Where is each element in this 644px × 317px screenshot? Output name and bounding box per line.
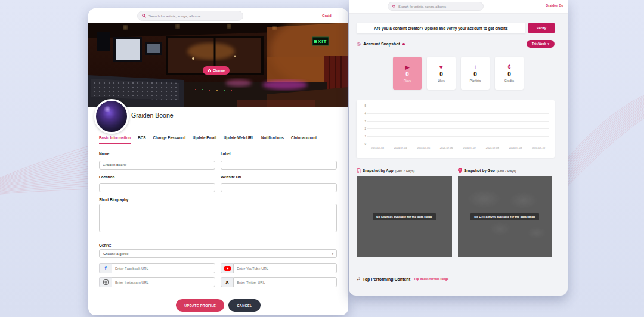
stat-card-plays[interactable]: ▶ 0 Plays [393, 57, 422, 90]
activity-chart: 5 4 3 2 1 0 2024-07-03 2024-07-04 2024-0… [357, 100, 555, 158]
chart-plot-area: 5 4 3 2 1 0 [367, 106, 549, 144]
stat-card-playlists[interactable]: + 0 Playlists [461, 57, 490, 90]
facebook-icon: f [99, 263, 112, 273]
twitter-x-icon: X [221, 277, 233, 287]
bio-label: Short Biography [99, 198, 337, 202]
cancel-button[interactable]: CANCEL [228, 299, 260, 312]
heart-icon: ♥ [439, 64, 443, 70]
x-tick-label: 2024-07-07 [463, 146, 476, 149]
playlists-label: Playlists [470, 79, 481, 82]
user-profile-link[interactable]: Graid [322, 14, 332, 17]
tab-change-password[interactable]: Change Password [153, 136, 185, 144]
geo-empty-message: No Geo activity available for the data r… [470, 213, 539, 220]
twitter-url-row: X [221, 277, 337, 287]
profile-tabs: Basic Information BCS Change Password Up… [99, 136, 317, 144]
change-banner-button[interactable]: Change [203, 66, 230, 75]
snapshot-panels: No Sources available for the data range … [357, 176, 555, 257]
plays-label: Plays [404, 79, 411, 82]
location-label: Location [99, 175, 215, 179]
name-field[interactable] [99, 161, 215, 170]
youtube-url-row [221, 263, 337, 273]
x-tick-label: 2024-07-04 [394, 146, 407, 149]
exit-sign: EXIT [314, 39, 327, 44]
snapshot-by-app-period: (Last 7 Days) [395, 169, 415, 173]
camera-icon [208, 69, 211, 72]
x-tick-label: 2024-07-05 [417, 146, 430, 149]
credits-value: 0 [507, 72, 511, 78]
credits-label: Credits [504, 79, 514, 82]
studio-photo: EXIT [88, 23, 348, 107]
x-tick-label: 2024-07-03 [371, 146, 384, 149]
y-tick-label: 0 [360, 143, 366, 146]
creator-banner: Are you a content creator? Upload and ve… [357, 23, 555, 33]
snapshot-by-geo-panel: No Geo activity available for the data r… [458, 176, 552, 257]
search-placeholder: Search for artists, songs, albums [148, 14, 200, 18]
youtube-icon [221, 263, 233, 273]
top-performing-title: Top Performing Content [363, 277, 410, 281]
tab-basic-information[interactable]: Basic Information [99, 136, 131, 144]
account-snapshot-title: Account Snapshot [363, 42, 400, 46]
stat-card-credits[interactable]: ¢ 0 Credits [495, 57, 524, 90]
location-pin-icon [458, 168, 462, 173]
left-topbar: Search for artists, songs, albums Graid [88, 8, 348, 23]
chevron-down-icon: ▾ [332, 252, 333, 256]
website-url-label: Website Url [221, 175, 337, 179]
top-performing-subtitle: Top tracks for this range [414, 277, 448, 281]
website-url-field[interactable] [221, 183, 337, 192]
facebook-url-field[interactable] [112, 263, 215, 273]
tab-claim-account[interactable]: Claim account [291, 136, 317, 144]
snapshot-icon: ◎ [357, 42, 361, 47]
instagram-icon [99, 277, 112, 287]
search-icon [142, 14, 146, 18]
name-label: Name [99, 152, 215, 156]
instagram-url-row [99, 277, 215, 287]
snapshot-by-geo-header: Snapshot by Geo (Last 7 Days) [458, 168, 516, 173]
y-tick-label: 3 [360, 120, 366, 123]
avatar [94, 99, 129, 134]
snapshot-panels-header: Snapshot by App (Last 7 Days) Snapshot b… [357, 168, 555, 173]
youtube-url-field[interactable] [233, 263, 337, 273]
twitter-url-field[interactable] [233, 277, 337, 287]
tab-notifications[interactable]: Notifications [261, 136, 284, 144]
location-field[interactable] [99, 183, 215, 192]
tab-update-web-url[interactable]: Update Web URL [224, 136, 254, 144]
search-input[interactable]: Search for artists, songs, albums [137, 11, 243, 21]
date-range-label: This Week [532, 42, 546, 45]
y-tick-label: 5 [360, 104, 366, 107]
play-icon: ▶ [405, 64, 410, 70]
snapshot-by-app-title: Snapshot by App [363, 168, 394, 173]
basic-information-form: Name Label Location Website Url Short Bi… [99, 152, 337, 287]
tab-bcs[interactable]: BCS [138, 136, 145, 144]
genre-select[interactable]: Choose a genre ▾ [99, 249, 337, 258]
bio-field[interactable] [99, 204, 337, 232]
info-dot-icon [402, 43, 405, 45]
update-profile-button[interactable]: UPDATE PROFILE [176, 299, 224, 312]
likes-value: 0 [439, 72, 443, 78]
label-field[interactable] [221, 161, 337, 170]
verify-button[interactable]: Verify [528, 23, 555, 33]
profile-edit-window: Search for artists, songs, albums Graid [88, 8, 348, 315]
label-label: Label [221, 152, 337, 156]
playlists-value: 0 [473, 72, 477, 78]
instagram-url-field[interactable] [112, 277, 215, 287]
x-tick-label: 2024-07-06 [440, 146, 453, 149]
date-range-button[interactable]: This Week ▾ [527, 40, 555, 48]
plays-value: 0 [405, 72, 409, 78]
snapshot-by-app-header: Snapshot by App (Last 7 Days) [357, 168, 452, 173]
creator-banner-message: Are you a content creator? Upload and ve… [357, 23, 525, 33]
form-actions: UPDATE PROFILE CANCEL [88, 299, 348, 312]
snapshot-by-app-panel: No Sources available for the data range [357, 176, 452, 257]
chart-x-axis: 2024-07-03 2024-07-04 2024-07-05 2024-07… [367, 146, 549, 149]
music-note-icon: ♫ [357, 276, 360, 281]
stat-card-likes[interactable]: ♥ 0 Likes [427, 57, 456, 90]
search-placeholder: Search for artists, songs, albums [398, 5, 446, 8]
dashboard-window: Search for artists, songs, albums Graide… [349, 0, 568, 296]
user-profile-link[interactable]: Graiden Bo [546, 4, 564, 7]
background-waves-left [0, 125, 95, 233]
tab-update-email[interactable]: Update Email [193, 136, 216, 144]
search-input[interactable]: Search for artists, songs, albums [388, 2, 484, 11]
top-performing-header: ♫ Top Performing Content Top tracks for … [357, 276, 448, 281]
stats-row: ▶ 0 Plays ♥ 0 Likes + 0 Playlists ¢ 0 Cr… [349, 57, 568, 90]
profile-banner-image: EXIT [88, 23, 348, 107]
app-empty-message: No Sources available for the data range [373, 213, 436, 220]
